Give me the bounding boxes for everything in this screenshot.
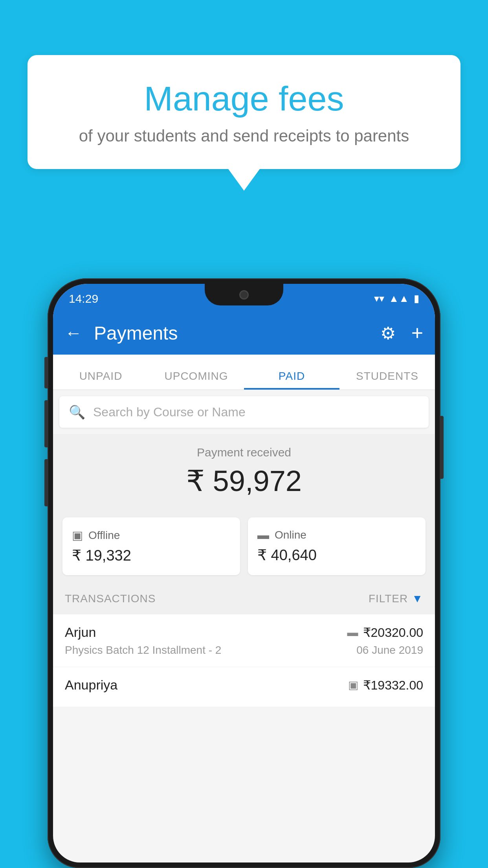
status-icons: ▾▾ ▲▲ ▮ [374, 292, 419, 305]
tab-unpaid[interactable]: UNPAID [53, 370, 149, 390]
payment-summary: Payment received ₹ 59,972 [53, 434, 435, 509]
speech-bubble-tail [228, 169, 260, 191]
filter-icon: ▼ [412, 592, 423, 605]
offline-card-header: ▣ Offline [72, 528, 231, 542]
online-icon: ▬ [257, 528, 269, 542]
transaction-row[interactable]: Arjun ▬ ₹20320.00 Physics Batch 12 Insta… [53, 614, 435, 667]
online-label: Online [275, 529, 306, 541]
transactions-header: TRANSACTIONS FILTER ▼ [53, 583, 435, 614]
back-button[interactable]: ← [65, 323, 82, 343]
transaction-amount-wrap: ▣ ₹19332.00 [348, 678, 423, 693]
app-title: Payments [94, 322, 369, 344]
payment-received-label: Payment received [62, 446, 426, 459]
transaction-top: Anupriya ▣ ₹19332.00 [65, 677, 423, 693]
offline-payment-card: ▣ Offline ₹ 19,332 [62, 517, 240, 575]
search-bar[interactable]: 🔍 Search by Course or Name [59, 396, 429, 428]
offline-icon: ▣ [72, 528, 83, 542]
payment-method-cards: ▣ Offline ₹ 19,332 ▬ Online ₹ 40,640 [53, 509, 435, 583]
tabs-bar: UNPAID UPCOMING PAID STUDENTS [53, 355, 435, 390]
signal-icon: ▲▲ [389, 292, 409, 305]
add-button[interactable]: + [411, 321, 423, 345]
phone-notch [205, 284, 283, 305]
transaction-top: Arjun ▬ ₹20320.00 [65, 625, 423, 640]
side-button-power [440, 416, 444, 479]
status-time: 14:29 [69, 292, 98, 305]
transaction-name: Arjun [65, 625, 96, 640]
transaction-date: 06 June 2019 [356, 644, 423, 657]
wifi-icon: ▾▾ [374, 292, 384, 305]
payment-type-icon: ▣ [348, 679, 358, 691]
payment-total-amount: ₹ 59,972 [62, 464, 426, 498]
transaction-name: Anupriya [65, 677, 117, 693]
transaction-course: Physics Batch 12 Installment - 2 [65, 644, 221, 657]
tab-students[interactable]: STUDENTS [339, 370, 435, 390]
payment-type-icon: ▬ [347, 626, 358, 639]
front-camera [239, 290, 249, 300]
transaction-amount: ₹19332.00 [363, 678, 423, 693]
settings-button[interactable]: ⚙ [380, 323, 396, 343]
tab-upcoming[interactable]: UPCOMING [149, 370, 244, 390]
search-icon: 🔍 [69, 404, 85, 420]
speech-bubble-subtitle: of your students and send receipts to pa… [51, 127, 437, 145]
transaction-amount: ₹20320.00 [363, 625, 423, 640]
side-button-volume-down2 [44, 459, 48, 506]
side-button-volume-down [44, 400, 48, 447]
transaction-bottom: Physics Batch 12 Installment - 2 06 June… [65, 644, 423, 657]
speech-bubble-container: Manage fees of your students and send re… [28, 55, 460, 191]
transactions-label: TRANSACTIONS [65, 592, 156, 605]
online-amount: ₹ 40,640 [257, 546, 416, 564]
speech-bubble-title: Manage fees [51, 79, 437, 119]
transaction-row[interactable]: Anupriya ▣ ₹19332.00 [53, 667, 435, 707]
phone-screen: 14:29 ▾▾ ▲▲ ▮ ← Payments ⚙ + UNPAID UPCO… [53, 284, 435, 862]
transaction-amount-wrap: ▬ ₹20320.00 [347, 625, 423, 640]
online-payment-card: ▬ Online ₹ 40,640 [248, 517, 426, 575]
phone-frame: 14:29 ▾▾ ▲▲ ▮ ← Payments ⚙ + UNPAID UPCO… [48, 278, 440, 868]
speech-bubble: Manage fees of your students and send re… [28, 55, 460, 169]
search-placeholder: Search by Course or Name [93, 405, 246, 419]
offline-amount: ₹ 19,332 [72, 547, 231, 564]
app-bar: ← Payments ⚙ + [53, 311, 435, 355]
online-card-header: ▬ Online [257, 528, 416, 542]
side-button-volume-up [44, 357, 48, 388]
filter-button[interactable]: FILTER ▼ [369, 592, 423, 605]
tab-paid[interactable]: PAID [244, 370, 339, 390]
battery-icon: ▮ [414, 292, 419, 305]
filter-label: FILTER [369, 592, 408, 605]
offline-label: Offline [88, 529, 120, 542]
